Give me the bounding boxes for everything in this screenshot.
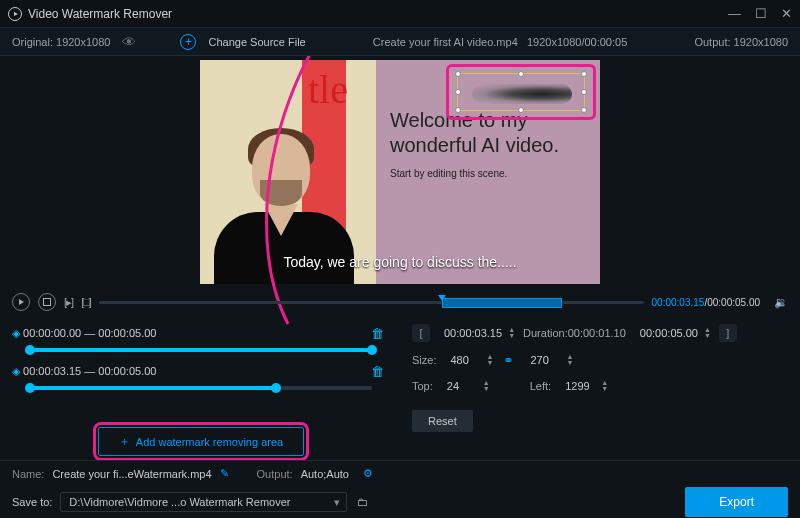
app-logo-icon: [8, 7, 22, 21]
parameters-panel: [ 00:00:03.15▲▼ Duration:00:00:01.10 00:…: [400, 316, 800, 461]
source-file-info: Create your first AI video.mp4 1920x1080…: [373, 36, 627, 48]
open-folder-icon[interactable]: 🗀: [357, 496, 368, 508]
resize-handle-bc[interactable]: [518, 107, 524, 113]
output-value: Auto;Auto: [301, 468, 349, 480]
delete-segment-icon[interactable]: 🗑: [371, 364, 384, 379]
segment-slider[interactable]: [30, 386, 372, 390]
range-end-field[interactable]: 00:00:05.00: [634, 325, 704, 341]
segment-start: 00:00:03.15: [23, 365, 81, 377]
width-field[interactable]: 480: [444, 352, 486, 368]
add-source-icon[interactable]: +: [180, 34, 196, 50]
segment-end: 00:00:05.00: [98, 327, 156, 339]
play-button[interactable]: [12, 293, 30, 311]
seek-bar[interactable]: [99, 298, 644, 306]
top-field[interactable]: 24: [441, 378, 483, 394]
segment-row[interactable]: ◈ 00:00:00.00 — 00:00:05.00 🗑: [12, 322, 390, 344]
export-button[interactable]: Export: [685, 487, 788, 517]
segment-tag-icon: ◈: [12, 365, 20, 378]
app-title: Video Watermark Remover: [28, 7, 728, 21]
left-label: Left:: [530, 380, 551, 392]
range-start-field[interactable]: 00:00:03.15: [438, 325, 508, 341]
seek-selection[interactable]: [442, 298, 562, 308]
toolbar: Original: 1920x1080 👁 + Change Source Fi…: [0, 28, 800, 56]
video-frame[interactable]: tle Welcome to my wonderful AI video. St…: [200, 60, 600, 284]
edit-name-icon[interactable]: ✎: [220, 467, 229, 480]
frame-left-region: tle: [200, 60, 376, 284]
segment-slider[interactable]: [30, 348, 372, 352]
save-path-dropdown[interactable]: D:\Vidmore\Vidmore ...o Watermark Remove…: [60, 492, 347, 512]
segment-end: 00:00:05.00: [98, 365, 156, 377]
reset-button[interactable]: Reset: [412, 410, 473, 432]
segment-start: 00:00:00.00: [23, 327, 81, 339]
plus-icon: ＋: [119, 434, 130, 449]
add-watermark-area-label: Add watermark removing area: [136, 436, 283, 448]
video-subtitle: Today, we are going to discuss the.....: [283, 254, 516, 270]
decorative-tle-text: tle: [308, 66, 348, 113]
resize-handle-ml[interactable]: [455, 89, 461, 95]
minimize-button[interactable]: —: [728, 6, 741, 21]
height-field[interactable]: 270: [524, 352, 566, 368]
stop-button[interactable]: [38, 293, 56, 311]
resize-handle-br[interactable]: [581, 107, 587, 113]
name-label: Name:: [12, 468, 44, 480]
annotation-highlight-box: [446, 64, 596, 120]
footer-info-bar: Name: Create your fi...eWatermark.mp4 ✎ …: [0, 460, 800, 486]
resize-handle-tr[interactable]: [581, 71, 587, 77]
time-display: 00:00:03.15/00:00:05.00: [652, 297, 760, 308]
slider-knob-end[interactable]: [367, 345, 377, 355]
slider-knob-start[interactable]: [25, 345, 35, 355]
maximize-button[interactable]: ☐: [755, 6, 767, 21]
left-field[interactable]: 1299: [559, 378, 601, 394]
resize-handle-tl[interactable]: [455, 71, 461, 77]
bracket-end-icon[interactable]: ]: [719, 324, 737, 342]
slider-knob-start[interactable]: [25, 383, 35, 393]
segment-row[interactable]: ◈ 00:00:03.15 — 00:00:05.00 🗑: [12, 360, 390, 382]
add-watermark-area-button[interactable]: ＋ Add watermark removing area: [98, 427, 304, 456]
slide-subheading: Start by editing this scene.: [390, 168, 586, 179]
annotation-highlight-add-button: ＋ Add watermark removing area: [93, 422, 309, 461]
video-preview-stage: tle Welcome to my wonderful AI video. St…: [0, 56, 800, 288]
mark-out-button[interactable]: [□]: [81, 296, 91, 308]
bracket-start-icon[interactable]: [: [412, 324, 430, 342]
segment-tag-icon: ◈: [12, 327, 20, 340]
stepper[interactable]: ▲▼: [508, 327, 515, 339]
seek-playhead-icon[interactable]: [438, 295, 446, 301]
footer-action-bar: Save to: D:\Vidmore\Vidmore ...o Waterma…: [0, 486, 800, 518]
segments-panel: ◈ 00:00:00.00 — 00:00:05.00 🗑 ◈ 00:00:03…: [0, 316, 400, 461]
output-settings-icon[interactable]: ⚙: [363, 467, 373, 480]
volume-icon[interactable]: 🔉: [774, 296, 788, 309]
save-to-label: Save to:: [12, 496, 52, 508]
output-label: Output:: [257, 468, 293, 480]
mark-in-button[interactable]: [▸]: [64, 296, 73, 309]
delete-segment-icon[interactable]: 🗑: [371, 326, 384, 341]
stepper[interactable]: ▲▼: [704, 327, 711, 339]
titlebar: Video Watermark Remover — ☐ ✕: [0, 0, 800, 28]
top-label: Top:: [412, 380, 433, 392]
output-resolution-label: Output: 1920x1080: [694, 36, 788, 48]
slider-knob-end[interactable]: [271, 383, 281, 393]
size-label: Size:: [412, 354, 436, 366]
stepper[interactable]: ▲▼: [566, 354, 573, 366]
playback-bar: [▸] [□] 00:00:03.15/00:00:05.00 🔉: [0, 288, 800, 316]
watermark-blur-preview: [472, 84, 572, 104]
chevron-down-icon: ▾: [334, 496, 340, 509]
resize-handle-bl[interactable]: [455, 107, 461, 113]
watermark-selection-box[interactable]: [457, 73, 585, 111]
resize-handle-mr[interactable]: [581, 89, 587, 95]
stepper[interactable]: ▲▼: [486, 354, 493, 366]
link-aspect-icon[interactable]: ⚭: [503, 353, 514, 368]
duration-label: Duration:00:00:01.10: [523, 327, 626, 339]
save-path-value: D:\Vidmore\Vidmore ...o Watermark Remove…: [69, 496, 290, 508]
output-name-value: Create your fi...eWatermark.mp4: [52, 468, 211, 480]
original-resolution-label: Original: 1920x1080: [12, 36, 110, 48]
stepper[interactable]: ▲▼: [601, 380, 608, 392]
change-source-button[interactable]: Change Source File: [208, 36, 305, 48]
stepper[interactable]: ▲▼: [483, 380, 490, 392]
resize-handle-tc[interactable]: [518, 71, 524, 77]
close-button[interactable]: ✕: [781, 6, 792, 21]
visibility-toggle-icon[interactable]: 👁: [122, 34, 136, 50]
